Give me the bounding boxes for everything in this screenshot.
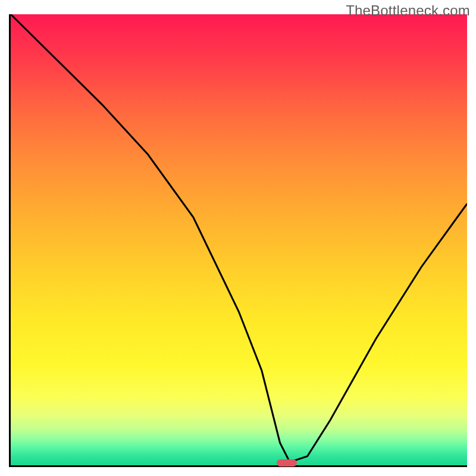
watermark-text: TheBottleneck.com xyxy=(346,2,470,19)
chart-container: TheBottleneck.com xyxy=(0,0,476,476)
curve-path xyxy=(11,14,467,461)
bottleneck-curve xyxy=(11,14,467,465)
optimum-marker xyxy=(277,459,298,466)
plot-area xyxy=(9,14,467,467)
